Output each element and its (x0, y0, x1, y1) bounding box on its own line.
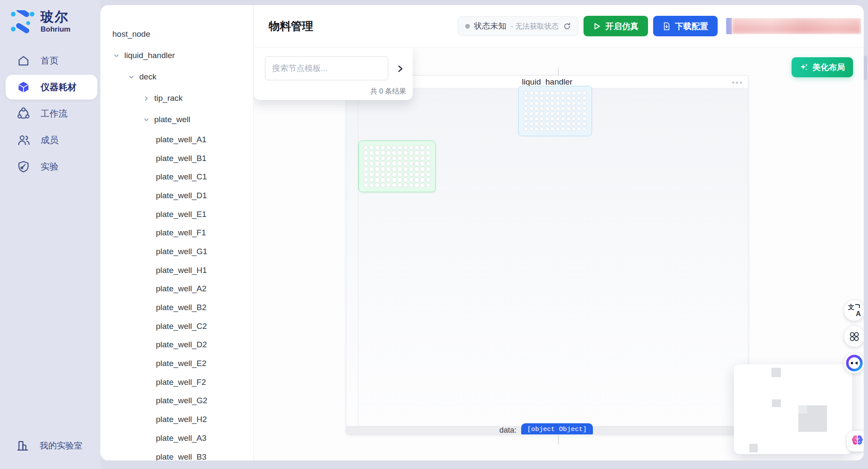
well-plate-blue[interactable] (518, 86, 592, 136)
well (577, 101, 581, 106)
node-menu-dots-icon[interactable] (730, 80, 744, 85)
sidebar-item-my-lab[interactable]: 我的实验室 (16, 439, 82, 452)
tree-item-host_node[interactable]: host_node (100, 23, 253, 45)
well (566, 96, 571, 100)
tree-item-plate_well_E2[interactable]: plate_well_E2 (100, 354, 253, 373)
tree-item-plate_well_E1[interactable]: plate_well_E1 (100, 205, 253, 224)
well (409, 150, 414, 155)
bohrium-logo[interactable]: 玻尔 Bohrium (0, 0, 100, 33)
well (364, 156, 369, 161)
file-download-icon (663, 22, 671, 30)
redacted-blur-block (732, 18, 861, 34)
well (386, 172, 391, 177)
tree-item-plate_well_H1[interactable]: plate_well_H1 (100, 261, 253, 280)
well (545, 122, 549, 126)
tree-item-plate_well_B2[interactable]: plate_well_B2 (100, 298, 253, 317)
well (529, 127, 534, 131)
apps-grid-icon (848, 331, 860, 343)
sidebar-item-instruments[interactable]: 仪器耗材 (6, 75, 97, 100)
minimap[interactable] (734, 364, 852, 454)
well (426, 177, 431, 182)
well (561, 101, 565, 106)
well (556, 96, 560, 100)
tree-item-plate_well_G2[interactable]: plate_well_G2 (100, 392, 253, 410)
well (561, 91, 565, 95)
well (577, 91, 581, 95)
well (414, 167, 419, 172)
well (582, 122, 586, 126)
well (420, 161, 425, 166)
chevron-down-icon[interactable] (128, 74, 135, 80)
beautify-layout-button[interactable]: 美化布局 (792, 57, 853, 77)
ai-assistant-button[interactable] (844, 353, 864, 373)
sidebar-item-workflow[interactable]: 工作流 (0, 100, 100, 127)
redacted-cursor-bar (726, 18, 732, 34)
tree-item-plate_well_C2[interactable]: plate_well_C2 (100, 317, 253, 336)
tree-item-label: plate_well_B3 (156, 452, 206, 460)
well (582, 117, 586, 121)
sidebar-item-experiments[interactable]: 实验 (0, 153, 100, 180)
tree-item-deck[interactable]: deck (100, 66, 253, 88)
sidebar-item-home[interactable]: 首页 (0, 47, 100, 74)
apps-grid-button[interactable] (844, 326, 864, 347)
chevron-down-icon[interactable] (113, 53, 120, 59)
knowledge-brain-button[interactable] (847, 431, 864, 451)
tree-item-plate_well_D2[interactable]: plate_well_D2 (100, 336, 253, 355)
page-scrollbar-thumb[interactable] (864, 56, 867, 80)
collapse-panel-button[interactable] (395, 63, 406, 74)
well (369, 156, 374, 161)
tree-item-plate_well_C1[interactable]: plate_well_C1 (100, 167, 253, 186)
start-simulation-button[interactable]: 开启仿真 (584, 16, 648, 36)
well (561, 122, 565, 126)
tree-item-plate_well_G1[interactable]: plate_well_G1 (100, 242, 253, 261)
tree-item-plate_well_A3[interactable]: plate_well_A3 (100, 429, 253, 448)
well (414, 161, 419, 166)
well (392, 172, 397, 177)
well (545, 96, 549, 100)
well (381, 145, 386, 150)
well (540, 122, 544, 126)
well (375, 172, 380, 177)
well (556, 106, 560, 111)
flow-canvas[interactable]: liquid_handler data: [object Object] (254, 47, 864, 460)
tree-item-liquid_handler[interactable]: liquid_handler (100, 45, 253, 66)
well (577, 106, 581, 111)
bohrium-logo-icon (10, 10, 35, 33)
well-plate-green[interactable] (358, 141, 436, 192)
tree-item-plate_well_D1[interactable]: plate_well_D1 (100, 186, 253, 205)
liquid-handler-node[interactable]: liquid_handler data: [object Object] (346, 75, 748, 435)
tree-item-plate_well[interactable]: plate_well (100, 109, 253, 130)
chevron-right-icon[interactable] (143, 95, 150, 102)
refresh-icon[interactable] (563, 22, 571, 30)
tree-item-plate_well_A2[interactable]: plate_well_A2 (100, 280, 253, 299)
well (550, 127, 554, 131)
tree-item-tip_rack[interactable]: tip_rack (100, 88, 253, 109)
well (364, 172, 369, 177)
sidebar-item-members[interactable]: 成员 (0, 127, 100, 153)
translate-button[interactable]: 文A (844, 300, 864, 321)
search-input[interactable] (265, 56, 388, 80)
well (524, 91, 528, 95)
tree-item-plate_well_H2[interactable]: plate_well_H2 (100, 410, 253, 429)
well (534, 96, 539, 100)
well (392, 177, 397, 182)
well (566, 101, 571, 106)
tree-item-plate_well_A1[interactable]: plate_well_A1 (100, 130, 253, 149)
workflow-icon (17, 107, 30, 120)
tree-item-plate_well_F1[interactable]: plate_well_F1 (100, 223, 253, 242)
tree-item-label: plate_well_F1 (156, 228, 206, 237)
chevron-down-icon[interactable] (143, 117, 150, 123)
data-value-badge: [object Object] (521, 423, 593, 435)
well (364, 183, 369, 188)
tree-item-plate_well_B3[interactable]: plate_well_B3 (100, 448, 253, 460)
tree-item-plate_well_B1[interactable]: plate_well_B1 (100, 149, 253, 168)
well (550, 122, 554, 126)
well (572, 96, 576, 100)
node-tree-panel: host_nodeliquid_handlerdecktip_rackplate… (100, 5, 254, 460)
lab-building-icon (16, 439, 29, 452)
minimap-node-rect (749, 444, 758, 452)
well (572, 117, 576, 121)
tree-item-plate_well_F2[interactable]: plate_well_F2 (100, 373, 253, 392)
download-config-button[interactable]: 下载配置 (653, 16, 718, 36)
well (414, 145, 419, 150)
